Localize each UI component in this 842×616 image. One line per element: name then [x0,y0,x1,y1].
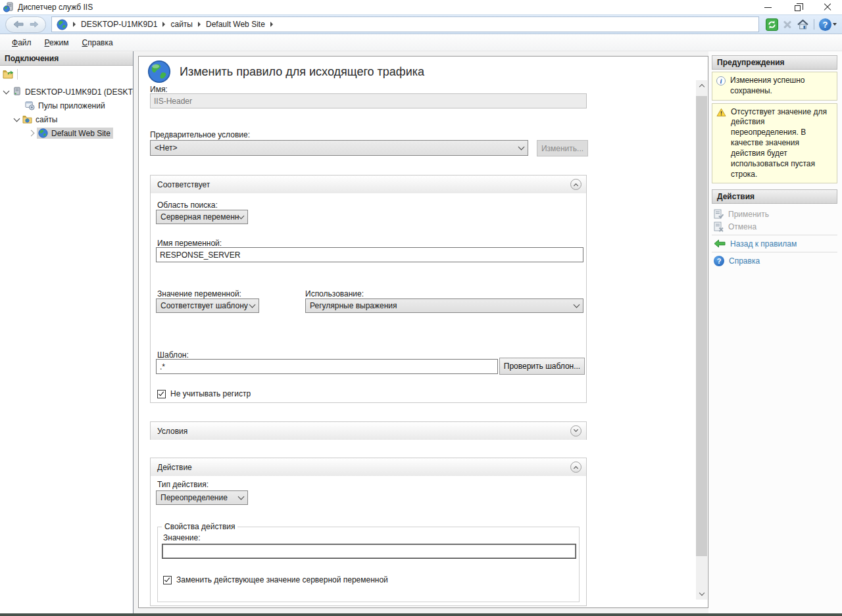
save-connection-icon[interactable] [3,70,13,79]
variable-value-select[interactable]: Соответствует шаблону [156,298,259,313]
value-input[interactable] [162,544,576,559]
alert-text: Изменения успешно сохранены. [730,76,833,97]
window-title: Диспетчер служб IIS [18,3,93,12]
tree-item-label: Default Web Site [51,129,111,138]
alerts-header: Предупреждения [712,55,837,70]
replace-checkbox[interactable] [163,576,172,584]
vertical-scrollbar[interactable] [696,80,707,600]
apply-label: Применить [728,210,769,219]
back-to-rules-label[interactable]: Назад к правилам [730,239,797,249]
pattern-input[interactable] [156,359,498,374]
ignore-case-checkbox[interactable] [157,390,166,398]
app-icon [3,2,14,12]
apply-action: Применить [708,208,842,220]
scroll-up-button[interactable] [696,80,707,91]
action-type-label: Тип действия: [157,480,209,489]
match-section-header[interactable]: Соответствует [151,176,586,193]
back-arrow-icon [714,239,726,248]
help-menu-button[interactable]: ? [819,18,837,31]
breadcrumb-separator-icon [270,22,273,27]
apply-icon [714,209,724,220]
expand-button[interactable] [570,425,582,437]
conditions-section-title: Условия [157,427,187,436]
action-properties-group: Свойства действия Значение: Заменить дей… [157,522,580,602]
menu-help[interactable]: Справка [76,36,120,50]
scope-value: Серверная переменн [161,212,239,222]
actions-header: Действия [712,189,837,204]
breadcrumb-separator-icon [162,22,165,27]
close-button[interactable] [812,0,842,14]
tree-item-sites[interactable]: сайты [0,112,133,126]
app-pools-icon [25,101,35,110]
window-bottom-edge [0,613,842,616]
action-type-value: Переопределение [161,493,239,502]
test-pattern-button[interactable]: Проверить шаблон... [499,358,585,375]
feature-page: Изменить правило для исходящего трафика … [138,56,708,608]
using-select[interactable]: Регулярные выражения [305,298,583,313]
info-alert: i Изменения успешно сохранены. [712,72,837,101]
chevron-up-icon [699,84,704,89]
replace-label: Заменить действующее значение серверной … [176,575,388,584]
scrollbar-thumb[interactable] [696,96,707,556]
minimize-icon [764,7,772,8]
tree-item-label: сайты [36,115,58,124]
menu-view[interactable]: Режим [38,36,76,50]
collapse-button[interactable] [570,462,582,473]
connections-header: Подключения [0,51,133,66]
menu-file[interactable]: Файл [5,36,38,50]
refresh-button[interactable] [766,18,778,31]
help-action[interactable]: ? Справка [708,254,842,267]
forward-button[interactable] [30,21,39,28]
variable-value-label: Значение переменной: [157,289,241,298]
scroll-down-button[interactable] [696,588,707,600]
cancel-label: Отмена [728,222,756,231]
back-button[interactable] [13,20,24,28]
collapsed-chevron-icon[interactable] [28,130,35,137]
action-section-title: Действие [157,463,192,472]
cancel-action: Отмена [708,220,842,233]
match-section-title: Соответствует [157,180,210,189]
chevron-down-icon [574,427,578,432]
help-icon: ? [819,18,831,31]
globe-icon [57,19,68,30]
info-icon: i [716,76,726,85]
stop-button[interactable] [783,20,792,29]
scope-select[interactable]: Серверная переменн [156,210,248,224]
expanded-chevron-icon[interactable] [14,115,20,122]
home-button[interactable] [797,18,809,30]
ignore-case-row[interactable]: Не учитывать регистр [157,389,251,398]
connections-tree: DESKTOP-U1MK9D1 (DESKTOP Пулы приложений… [0,82,133,140]
help-label[interactable]: Справка [729,256,760,266]
action-type-select[interactable]: Переопределение [156,490,248,505]
restore-button[interactable] [783,0,812,14]
address-bar: DESKTOP-U1MK9D1 сайты Default Web Site ? [0,14,842,34]
precondition-label: Предварительное условие: [150,130,250,139]
action-section-header[interactable]: Действие [151,458,586,476]
breadcrumb-separator-icon [73,22,76,27]
actions-list: Применить Отмена Назад к правилам ? Спра… [708,204,842,267]
tree-item-app-pools[interactable]: Пулы приложений [0,99,133,112]
replace-row[interactable]: Заменить действующее значение серверной … [163,575,388,584]
action-properties-legend: Свойства действия [162,522,237,531]
variable-name-input[interactable] [156,247,583,262]
tree-item-default-web-site[interactable]: Default Web Site [0,126,133,140]
scope-label: Область поиска: [157,201,218,210]
sites-folder-icon [22,115,32,124]
collapse-button[interactable] [570,179,582,190]
precondition-select[interactable]: <Нет> [150,140,528,156]
cancel-icon [714,222,724,232]
breadcrumb[interactable]: DESKTOP-U1MK9D1 сайты Default Web Site [51,16,759,32]
tree-item-server[interactable]: DESKTOP-U1MK9D1 (DESKTOP [0,85,133,99]
chevron-down-icon [699,590,704,596]
breadcrumb-item-server[interactable]: DESKTOP-U1MK9D1 [81,20,157,29]
breadcrumb-item-sites[interactable]: сайты [170,20,193,29]
ignore-case-label: Не учитывать регистр [170,389,251,398]
conditions-section-header[interactable]: Условия [151,422,586,440]
minimize-button[interactable] [753,0,783,14]
expanded-chevron-icon[interactable] [3,87,10,94]
selected-tree-item[interactable]: Default Web Site [37,128,113,139]
breadcrumb-item-site[interactable]: Default Web Site [206,20,265,29]
alerts-actions-pane: Предупреждения i Изменения успешно сохра… [708,51,842,613]
back-to-rules-action[interactable]: Назад к правилам [708,237,842,250]
warning-alert: Отсутствует значение для действия переоп… [712,103,837,184]
